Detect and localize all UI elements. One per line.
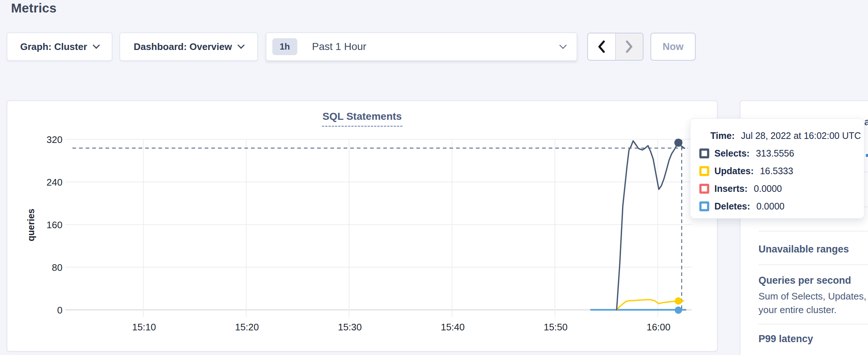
tooltip-series-value: 16.5333 (760, 166, 793, 176)
y-tick-label: 160 (37, 219, 62, 231)
tooltip-series-label: Updates: (714, 166, 754, 176)
x-tick-label: 15:40 (431, 322, 475, 333)
chevron-down-icon (559, 42, 567, 49)
inserts-legend-swatch (699, 184, 709, 194)
side-item-unavailable-ranges: Unavailable ranges (758, 244, 849, 255)
x-tick-label: 15:20 (225, 322, 269, 333)
tooltip-row-inserts: Inserts: 0.0000 (699, 183, 782, 194)
time-range-select[interactable]: 1h Past 1 Hour (266, 32, 577, 61)
chart-hover-tooltip: Time: Jul 28, 2022 at 16:02:00 UTC Selec… (690, 118, 864, 219)
time-range-label: Past 1 Hour (312, 41, 366, 53)
side-item-description-line1: Sum of Selects, Updates, Inser (758, 291, 868, 302)
updates-legend-swatch (699, 166, 709, 176)
x-tick-label: 15:10 (122, 322, 166, 333)
chevron-left-icon (598, 40, 606, 53)
chevron-down-icon (237, 42, 245, 49)
side-item-description-line2: your entire cluster. (758, 304, 836, 316)
divider (758, 231, 868, 232)
tooltip-row-selects: Selects: 313.5556 (699, 147, 794, 159)
y-tick-label: 320 (37, 134, 62, 146)
x-tick-label: 16:00 (636, 322, 681, 333)
tooltip-time-value: Jul 28, 2022 at 16:02:00 UTC (741, 130, 861, 141)
clipped-text-fragment: a (864, 116, 868, 128)
time-forward-button-disabled[interactable] (616, 33, 643, 60)
tooltip-series-label: Selects: (714, 148, 750, 159)
tooltip-series-label: Inserts: (714, 183, 747, 194)
now-button[interactable]: Now (650, 33, 696, 61)
tooltip-series-value: 0.0000 (754, 183, 782, 194)
sql-statements-chart-card[interactable]: SQL Statements queries 08016024032015:10… (7, 100, 718, 352)
tooltip-series-value: 313.5556 (756, 148, 794, 159)
dashboard-dropdown-label: Dashboard: Overview (134, 41, 232, 53)
time-back-button[interactable] (588, 33, 616, 60)
time-range-badge: 1h (272, 38, 297, 55)
side-item-queries-per-second: Queries per second (758, 275, 851, 286)
deletes-legend-swatch (699, 201, 709, 211)
y-axis-title: queries (26, 209, 36, 241)
tooltip-series-value: 0.0000 (756, 201, 784, 212)
side-item-p99-latency: P99 latency (758, 333, 813, 345)
tooltip-row-updates: Updates: 16.5333 (699, 165, 793, 177)
x-tick-label: 15:30 (328, 322, 372, 333)
chart-title[interactable]: SQL Statements (322, 111, 403, 127)
chevron-right-icon (625, 40, 633, 53)
divider (758, 324, 868, 324)
x-tick-label: 15:50 (534, 322, 578, 333)
clipped-link-fragment (866, 154, 868, 157)
chevron-down-icon (93, 42, 100, 49)
dashboard-dropdown[interactable]: Dashboard: Overview (119, 32, 258, 61)
divider (758, 264, 868, 265)
tooltip-row-deletes: Deletes: 0.0000 (699, 200, 785, 212)
graph-dropdown[interactable]: Graph: Cluster (7, 32, 112, 61)
tooltip-time-label: Time: (710, 130, 735, 141)
time-nav-group (587, 33, 643, 61)
y-tick-label: 240 (37, 177, 62, 188)
graph-dropdown-label: Graph: Cluster (20, 41, 87, 53)
y-tick-label: 80 (37, 262, 62, 273)
page-title: Metrics (11, 1, 57, 15)
tooltip-series-label: Deletes: (714, 201, 750, 212)
selects-legend-swatch (699, 148, 709, 158)
y-tick-label: 0 (37, 305, 62, 316)
